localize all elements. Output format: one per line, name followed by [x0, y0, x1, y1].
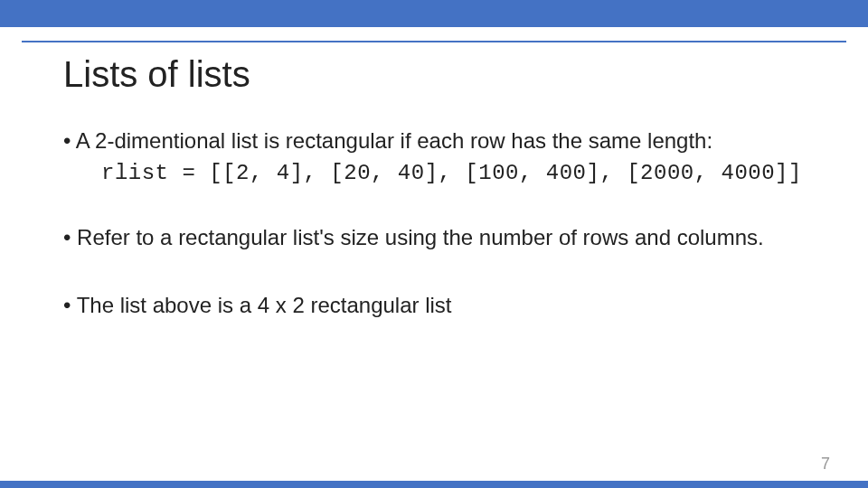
- slide-body: • A 2-dimentional list is rectangular if…: [63, 127, 814, 325]
- slide: Lists of lists • A 2-dimentional list is…: [0, 0, 868, 488]
- top-accent-bar: [0, 0, 868, 27]
- top-divider-line: [22, 41, 846, 42]
- slide-title: Lists of lists: [63, 54, 250, 95]
- code-example: rlist = [[2, 4], [20, 40], [100, 400], […: [101, 161, 814, 185]
- spacer: [63, 191, 814, 223]
- bottom-accent-bar: [0, 481, 868, 488]
- page-number: 7: [821, 455, 830, 474]
- bullet-1: • A 2-dimentional list is rectangular if…: [63, 127, 814, 155]
- spacer: [63, 258, 814, 291]
- bullet-3: • The list above is a 4 x 2 rectangular …: [63, 291, 814, 320]
- bullet-2: • Refer to a rectangular list's size usi…: [63, 223, 814, 252]
